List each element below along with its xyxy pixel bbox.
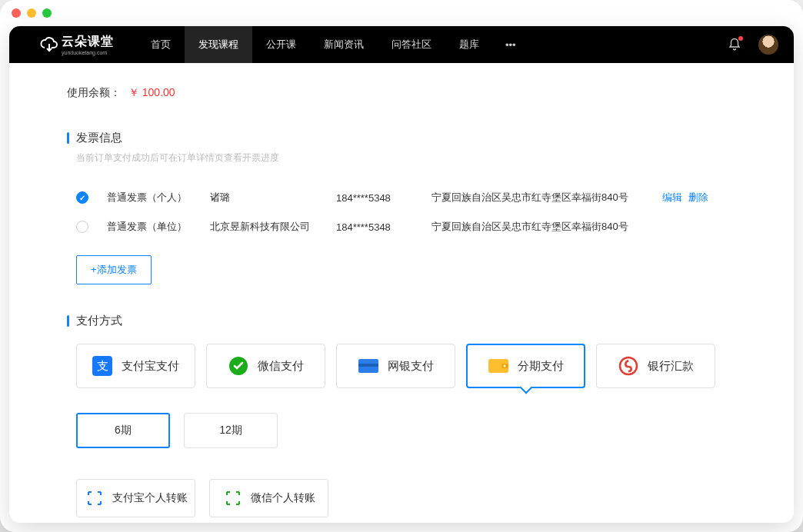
svg-text:支: 支	[97, 359, 108, 372]
logo-subtitle: yunduoketang.com	[62, 50, 114, 55]
logo-text: 云朵课堂	[62, 35, 114, 48]
bank-transfer-icon	[618, 356, 638, 376]
balance-label: 使用余额：	[67, 86, 121, 98]
add-invoice-button[interactable]: +添加发票	[76, 255, 152, 284]
invoice-type: 普通发票（个人）	[107, 191, 192, 204]
notification-bell-icon[interactable]	[728, 38, 741, 52]
nav-bank[interactable]: 题库	[445, 26, 493, 63]
svg-rect-4	[358, 364, 378, 367]
pay-method-installment[interactable]: 分期支付	[466, 344, 585, 388]
logo[interactable]: 云朵课堂 yunduoketang.com	[40, 34, 114, 55]
transfer-wechat[interactable]: 微信个人转账	[209, 479, 328, 517]
invoice-section-subtitle: 当前订单支付成功后可在订单详情页查看开票进度	[67, 151, 736, 165]
wallet-icon	[488, 356, 508, 376]
alipay-transfer-icon	[85, 488, 105, 508]
invoice-row-company: 普通发票（单位） 北京昱新科技有限公司 184****5348 宁夏回族自治区吴…	[67, 212, 736, 241]
invoice-delete-link[interactable]: 删除	[688, 191, 708, 204]
nav-more-icon[interactable]: •••	[493, 26, 528, 63]
invoice-radio-personal[interactable]	[76, 191, 88, 204]
main-nav: 首页 发现课程 公开课 新闻资讯 问答社区 题库 •••	[137, 26, 528, 63]
pay-method-label: 支付宝支付	[122, 359, 179, 374]
nav-public[interactable]: 公开课	[252, 26, 310, 63]
pay-method-bank[interactable]: 网银支付	[336, 344, 455, 388]
notification-badge	[738, 36, 743, 41]
invoice-type: 普通发票（单位）	[107, 220, 192, 234]
invoice-row-personal: 普通发票（个人） 诸璐 184****5348 宁夏回族自治区吴忠市红寺堡区幸福…	[67, 183, 736, 212]
wechat-icon	[228, 356, 248, 376]
invoice-address: 宁夏回族自治区吴忠市红寺堡区幸福街840号	[431, 220, 628, 234]
window-titlebar	[0, 0, 803, 26]
installment-options: 6期 12期	[67, 413, 736, 448]
invoice-edit-link[interactable]: 编辑	[662, 191, 682, 204]
installment-6[interactable]: 6期	[76, 413, 170, 448]
invoice-address: 宁夏回族自治区吴忠市红寺堡区幸福街840号	[431, 191, 628, 204]
nav-qa[interactable]: 问答社区	[378, 26, 445, 63]
invoice-name: 诸璐	[210, 191, 318, 204]
pay-method-wire[interactable]: 银行汇款	[596, 344, 715, 388]
pay-method-label: 分期支付	[518, 359, 564, 374]
nav-discover[interactable]: 发现课程	[185, 26, 252, 63]
app-inner: 云朵课堂 yunduoketang.com 首页 发现课程 公开课 新闻资讯 问…	[9, 26, 794, 523]
pay-method-label: 微信支付	[258, 359, 304, 374]
invoice-section-title: 发票信息	[67, 131, 736, 145]
transfer-alipay[interactable]: 支付宝个人转账	[76, 479, 195, 517]
pay-method-alipay[interactable]: 支 支付宝支付	[76, 344, 195, 388]
pay-method-label: 银行汇款	[648, 359, 694, 374]
transfer-options: 支付宝个人转账 微信个人转账	[67, 479, 736, 517]
user-avatar[interactable]	[758, 35, 778, 55]
installment-12[interactable]: 12期	[184, 413, 278, 448]
nav-news[interactable]: 新闻资讯	[310, 26, 378, 63]
payment-methods: 支 支付宝支付 微信支付 网银支付	[67, 344, 736, 388]
app-window: 云朵课堂 yunduoketang.com 首页 发现课程 公开课 新闻资讯 问…	[0, 0, 803, 532]
balance-value: ￥ 100.00	[128, 86, 175, 98]
window-zoom-button[interactable]	[42, 8, 52, 18]
window-minimize-button[interactable]	[27, 8, 36, 18]
window-close-button[interactable]	[12, 8, 21, 18]
transfer-label: 支付宝个人转账	[112, 491, 188, 505]
transfer-label: 微信个人转账	[251, 491, 315, 505]
pay-method-label: 网银支付	[388, 359, 434, 374]
invoice-phone: 184****5348	[336, 221, 413, 233]
invoice-radio-company[interactable]	[76, 221, 88, 233]
alipay-icon: 支	[92, 356, 112, 376]
app-header: 云朵课堂 yunduoketang.com 首页 发现课程 公开课 新闻资讯 问…	[9, 26, 794, 63]
nav-home[interactable]: 首页	[137, 26, 185, 63]
cloud-logo-icon	[40, 35, 58, 54]
invoice-phone: 184****5348	[336, 192, 413, 204]
invoice-name: 北京昱新科技有限公司	[210, 220, 318, 234]
pay-method-wechat[interactable]: 微信支付	[206, 344, 325, 388]
main-content: 使用余额： ￥ 100.00 发票信息 当前订单支付成功后可在订单详情页查看开票…	[9, 63, 794, 523]
payment-section-title: 支付方式	[67, 314, 736, 328]
wechat-transfer-icon	[223, 488, 243, 508]
svg-point-7	[503, 365, 505, 367]
balance-row: 使用余额： ￥ 100.00	[67, 86, 736, 100]
bank-card-icon	[358, 356, 378, 376]
